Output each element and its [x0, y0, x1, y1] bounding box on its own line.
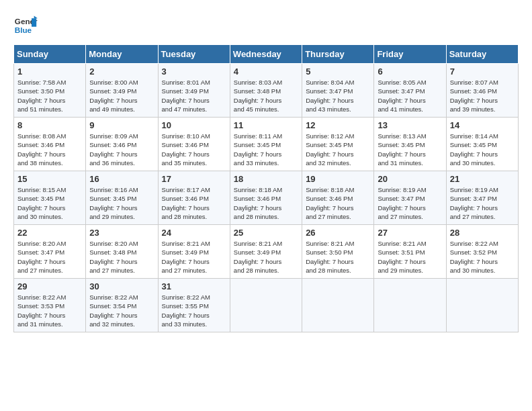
svg-text:Blue: Blue	[15, 26, 32, 34]
day-number: 17	[162, 174, 226, 184]
header-day-friday: Friday	[374, 45, 446, 64]
page-header: General Blue	[13, 13, 519, 38]
day-number: 22	[17, 228, 82, 238]
day-number: 6	[378, 66, 442, 77]
day-info: Sunrise: 7:58 AM Sunset: 3:50 PM Dayligh…	[17, 78, 82, 113]
day-cell: 10Sunrise: 8:10 AM Sunset: 3:46 PM Dayli…	[158, 118, 230, 171]
day-cell: 17Sunrise: 8:17 AM Sunset: 3:46 PM Dayli…	[158, 171, 230, 225]
week-row-5: 29Sunrise: 8:22 AM Sunset: 3:53 PM Dayli…	[14, 279, 519, 332]
day-cell: 18Sunrise: 8:18 AM Sunset: 3:46 PM Dayli…	[230, 171, 302, 225]
day-number: 12	[306, 120, 370, 130]
day-cell: 7Sunrise: 8:07 AM Sunset: 3:46 PM Daylig…	[446, 64, 518, 118]
day-info: Sunrise: 8:10 AM Sunset: 3:46 PM Dayligh…	[162, 132, 226, 167]
day-number: 16	[89, 174, 154, 184]
header-day-thursday: Thursday	[302, 45, 374, 64]
header-day-tuesday: Tuesday	[158, 45, 230, 64]
day-info: Sunrise: 8:21 AM Sunset: 3:49 PM Dayligh…	[162, 239, 226, 275]
day-cell: 9Sunrise: 8:09 AM Sunset: 3:46 PM Daylig…	[86, 118, 158, 171]
day-cell: 13Sunrise: 8:13 AM Sunset: 3:45 PM Dayli…	[374, 118, 446, 171]
day-number: 4	[234, 66, 298, 77]
day-cell: 1Sunrise: 7:58 AM Sunset: 3:50 PM Daylig…	[14, 64, 86, 118]
day-number: 15	[17, 174, 82, 184]
day-cell: 22Sunrise: 8:20 AM Sunset: 3:47 PM Dayli…	[14, 225, 86, 279]
day-number: 10	[162, 120, 226, 130]
day-info: Sunrise: 8:17 AM Sunset: 3:46 PM Dayligh…	[162, 185, 226, 221]
svg-marker-2	[32, 18, 36, 27]
day-info: Sunrise: 8:11 AM Sunset: 3:45 PM Dayligh…	[234, 132, 298, 167]
day-number: 30	[89, 281, 154, 291]
day-cell	[446, 279, 518, 332]
day-info: Sunrise: 8:22 AM Sunset: 3:54 PM Dayligh…	[89, 293, 154, 328]
day-number: 26	[306, 228, 370, 238]
day-info: Sunrise: 8:22 AM Sunset: 3:55 PM Dayligh…	[162, 293, 226, 328]
day-number: 11	[234, 120, 298, 130]
day-cell	[374, 279, 446, 332]
calendar-body: 1Sunrise: 7:58 AM Sunset: 3:50 PM Daylig…	[14, 64, 519, 332]
day-cell: 23Sunrise: 8:20 AM Sunset: 3:48 PM Dayli…	[86, 225, 158, 279]
day-cell: 28Sunrise: 8:22 AM Sunset: 3:52 PM Dayli…	[446, 225, 518, 279]
day-info: Sunrise: 8:22 AM Sunset: 3:53 PM Dayligh…	[17, 293, 82, 328]
day-cell: 16Sunrise: 8:16 AM Sunset: 3:45 PM Dayli…	[86, 171, 158, 225]
day-cell: 6Sunrise: 8:05 AM Sunset: 3:47 PM Daylig…	[374, 64, 446, 118]
day-number: 9	[89, 120, 154, 130]
day-info: Sunrise: 8:09 AM Sunset: 3:46 PM Dayligh…	[89, 132, 154, 167]
day-cell: 26Sunrise: 8:21 AM Sunset: 3:50 PM Dayli…	[302, 225, 374, 279]
day-number: 23	[89, 228, 154, 238]
day-number: 5	[306, 66, 370, 77]
day-number: 21	[450, 174, 515, 184]
week-row-1: 1Sunrise: 7:58 AM Sunset: 3:50 PM Daylig…	[14, 64, 519, 118]
day-number: 29	[17, 281, 82, 291]
calendar-header: SundayMondayTuesdayWednesdayThursdayFrid…	[14, 45, 519, 64]
day-number: 31	[162, 281, 226, 291]
day-number: 25	[234, 228, 298, 238]
day-cell: 14Sunrise: 8:14 AM Sunset: 3:45 PM Dayli…	[446, 118, 518, 171]
calendar-table: SundayMondayTuesdayWednesdayThursdayFrid…	[13, 44, 519, 332]
day-cell: 5Sunrise: 8:04 AM Sunset: 3:47 PM Daylig…	[302, 64, 374, 118]
day-cell: 21Sunrise: 8:19 AM Sunset: 3:47 PM Dayli…	[446, 171, 518, 225]
day-number: 24	[162, 228, 226, 238]
day-info: Sunrise: 8:15 AM Sunset: 3:45 PM Dayligh…	[17, 185, 82, 221]
day-cell: 24Sunrise: 8:21 AM Sunset: 3:49 PM Dayli…	[158, 225, 230, 279]
day-cell: 12Sunrise: 8:12 AM Sunset: 3:45 PM Dayli…	[302, 118, 374, 171]
header-day-sunday: Sunday	[14, 45, 86, 64]
day-number: 27	[378, 228, 442, 238]
day-number: 20	[378, 174, 442, 184]
day-cell: 20Sunrise: 8:19 AM Sunset: 3:47 PM Dayli…	[374, 171, 446, 225]
header-day-monday: Monday	[86, 45, 158, 64]
header-day-saturday: Saturday	[446, 45, 518, 64]
day-number: 3	[162, 66, 226, 77]
day-number: 14	[450, 120, 515, 130]
day-info: Sunrise: 8:01 AM Sunset: 3:49 PM Dayligh…	[162, 78, 226, 113]
day-number: 19	[306, 174, 370, 184]
day-info: Sunrise: 8:21 AM Sunset: 3:49 PM Dayligh…	[234, 239, 298, 275]
day-cell: 25Sunrise: 8:21 AM Sunset: 3:49 PM Dayli…	[230, 225, 302, 279]
day-info: Sunrise: 8:08 AM Sunset: 3:46 PM Dayligh…	[17, 132, 82, 167]
day-cell: 30Sunrise: 8:22 AM Sunset: 3:54 PM Dayli…	[86, 279, 158, 332]
day-number: 1	[17, 66, 82, 77]
day-cell	[302, 279, 374, 332]
day-info: Sunrise: 8:12 AM Sunset: 3:45 PM Dayligh…	[306, 132, 370, 167]
day-cell: 2Sunrise: 8:00 AM Sunset: 3:49 PM Daylig…	[86, 64, 158, 118]
day-number: 13	[378, 120, 442, 130]
day-cell: 29Sunrise: 8:22 AM Sunset: 3:53 PM Dayli…	[14, 279, 86, 332]
day-cell: 11Sunrise: 8:11 AM Sunset: 3:45 PM Dayli…	[230, 118, 302, 171]
day-cell: 27Sunrise: 8:21 AM Sunset: 3:51 PM Dayli…	[374, 225, 446, 279]
day-info: Sunrise: 8:19 AM Sunset: 3:47 PM Dayligh…	[378, 185, 442, 221]
day-cell: 31Sunrise: 8:22 AM Sunset: 3:55 PM Dayli…	[158, 279, 230, 332]
logo: General Blue	[13, 13, 38, 38]
day-number: 8	[17, 120, 82, 130]
day-info: Sunrise: 8:21 AM Sunset: 3:50 PM Dayligh…	[306, 239, 370, 275]
day-number: 2	[89, 66, 154, 77]
day-info: Sunrise: 8:18 AM Sunset: 3:46 PM Dayligh…	[306, 185, 370, 221]
day-cell: 15Sunrise: 8:15 AM Sunset: 3:45 PM Dayli…	[14, 171, 86, 225]
week-row-3: 15Sunrise: 8:15 AM Sunset: 3:45 PM Dayli…	[14, 171, 519, 225]
day-cell: 4Sunrise: 8:03 AM Sunset: 3:48 PM Daylig…	[230, 64, 302, 118]
day-info: Sunrise: 8:07 AM Sunset: 3:46 PM Dayligh…	[450, 78, 515, 113]
week-row-2: 8Sunrise: 8:08 AM Sunset: 3:46 PM Daylig…	[14, 118, 519, 171]
day-info: Sunrise: 8:16 AM Sunset: 3:45 PM Dayligh…	[89, 185, 154, 221]
day-info: Sunrise: 8:20 AM Sunset: 3:47 PM Dayligh…	[17, 239, 82, 275]
header-row: SundayMondayTuesdayWednesdayThursdayFrid…	[14, 45, 519, 64]
day-info: Sunrise: 8:22 AM Sunset: 3:52 PM Dayligh…	[450, 239, 515, 275]
day-info: Sunrise: 8:04 AM Sunset: 3:47 PM Dayligh…	[306, 78, 370, 113]
logo-icon: General Blue	[13, 13, 38, 38]
